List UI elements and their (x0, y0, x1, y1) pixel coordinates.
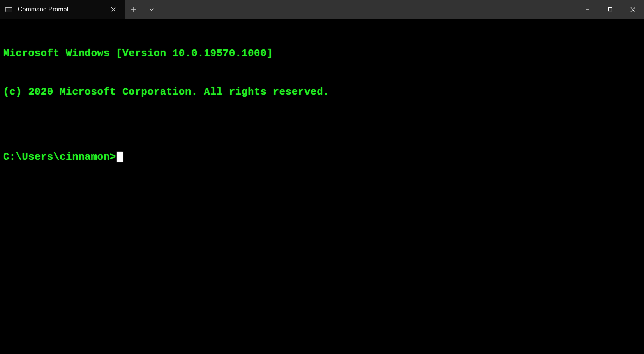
titlebar-drag-region[interactable] (161, 0, 576, 19)
title-bar: Command Prompt (0, 0, 644, 19)
terminal-output-line: Microsoft Windows [Version 10.0.19570.10… (3, 47, 641, 60)
svg-rect-1 (5, 7, 12, 8)
new-tab-button[interactable] (125, 0, 143, 19)
terminal-output-line: (c) 2020 Microsoft Corporation. All righ… (3, 86, 641, 99)
cursor-icon (117, 152, 123, 162)
terminal-prompt-line: C:\Users\cinnamon> (3, 151, 641, 164)
svg-rect-2 (609, 8, 612, 11)
terminal-prompt: C:\Users\cinnamon> (3, 151, 116, 164)
terminal-icon (5, 7, 12, 12)
terminal-pane[interactable]: Microsoft Windows [Version 10.0.19570.10… (0, 19, 644, 354)
close-window-button[interactable] (621, 0, 644, 19)
window-controls (576, 0, 644, 19)
minimize-button[interactable] (576, 0, 599, 19)
tab-command-prompt[interactable]: Command Prompt (0, 0, 125, 19)
maximize-button[interactable] (599, 0, 621, 19)
tab-actions (125, 0, 161, 19)
tab-title: Command Prompt (18, 6, 86, 13)
tab-dropdown-button[interactable] (143, 0, 161, 19)
close-tab-button[interactable] (108, 4, 119, 15)
